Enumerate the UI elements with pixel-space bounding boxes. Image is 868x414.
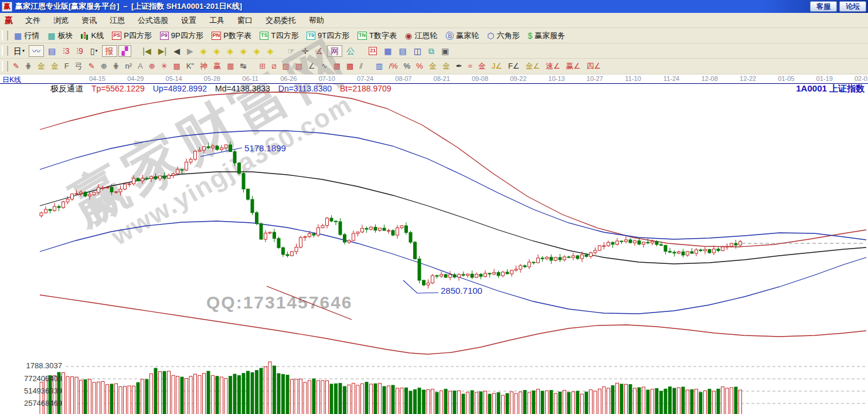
step-forward-icon[interactable]: ▶	[184, 46, 196, 56]
percent-line-icon[interactable]: /%	[386, 61, 400, 72]
go-first-icon[interactable]: |◀	[139, 46, 154, 56]
ray-box-1-icon[interactable]: ▨	[280, 61, 292, 72]
period-selector-icon[interactable]: 日▾	[11, 46, 28, 56]
zoom-in-icon[interactable]: ◈	[251, 46, 263, 56]
notes-icon[interactable]: ▤	[396, 46, 410, 56]
menu-item-江恩[interactable]: 江恩	[103, 14, 131, 27]
box-grid-icon[interactable]: ⊞	[257, 61, 268, 72]
forum-button[interactable]: 论坛	[839, 1, 866, 12]
arc-circle-icon[interactable]: ⊕	[98, 61, 110, 72]
ray-box-2-icon[interactable]: ▧	[293, 61, 305, 72]
toolbar-button-gann-wheel[interactable]: ◉江恩轮	[401, 29, 441, 42]
web-tool-icon[interactable]: 网	[327, 45, 342, 57]
network-icon[interactable]: ⧉	[426, 46, 437, 56]
parallel-lines-icon[interactable]: ⫽	[357, 61, 365, 72]
span-arrows-icon[interactable]: ↹	[237, 61, 249, 72]
four-angle-icon[interactable]: 四∠	[584, 61, 603, 72]
calendar-icon[interactable]: 21	[366, 46, 380, 56]
double-arc-icon[interactable]: ≈	[466, 61, 475, 72]
percent-levels-icon[interactable]: %	[414, 61, 426, 72]
menu-item-工具[interactable]: 工具	[203, 14, 231, 27]
toolbar-button-hexagon[interactable]: ⬡六角形	[483, 29, 523, 42]
corner-rays-icon[interactable]: ∠	[306, 61, 318, 72]
red-grid-1-icon[interactable]: ▦	[331, 61, 343, 72]
toolbar-button-sectors[interactable]: ▩板块	[43, 29, 77, 42]
k-marks-icon[interactable]: K"	[184, 61, 196, 72]
candle-style-icon[interactable]: ▯▾	[87, 46, 101, 56]
shen-tool-icon[interactable]: 神	[198, 61, 210, 72]
menu-item-浏览[interactable]: 浏览	[47, 14, 75, 27]
toolbar-button-winner-service[interactable]: $赢家服务	[524, 29, 570, 42]
zoom-reset-icon[interactable]: ◈	[237, 46, 250, 56]
ying-tool-icon[interactable]: 赢	[211, 61, 223, 72]
menu-item-窗口[interactable]: 窗口	[231, 14, 259, 27]
gann-circle-icon[interactable]: ⊕	[147, 61, 158, 72]
hand-tool-icon[interactable]: ☞	[284, 46, 298, 56]
zigzag-icon[interactable]: ∿	[319, 61, 330, 72]
menu-item-文件[interactable]: 文件	[19, 14, 47, 27]
pen-candle-icon[interactable]: ✒	[454, 61, 465, 72]
zoom-horizontal-icon[interactable]: ◈	[224, 46, 236, 56]
toolbar-button-kline[interactable]: K线	[77, 29, 108, 42]
gann-web-icon[interactable]: ▩	[171, 61, 183, 72]
gann-star-icon[interactable]: ✳	[159, 61, 170, 72]
menu-item-帮助[interactable]: 帮助	[302, 14, 331, 27]
crosshair-tool-icon[interactable]: ✛	[299, 46, 312, 56]
client-icon[interactable]: ▣	[438, 46, 452, 56]
gold-angle-icon[interactable]: 金∠	[523, 61, 542, 72]
formula-tool-icon[interactable]: 公	[343, 46, 358, 56]
f-grid-icon[interactable]: F	[62, 61, 72, 72]
toolbar-button-quotes[interactable]: ▦行情	[10, 29, 43, 42]
ying-angle-icon[interactable]: 赢∠	[564, 61, 583, 72]
grid-123-icon[interactable]: ▦	[224, 61, 236, 72]
volume-bar	[247, 371, 250, 414]
toolbar-button-p-square[interactable]: PSP四方形	[108, 29, 156, 42]
menu-item-设置[interactable]: 设置	[175, 14, 203, 27]
gold-line-icon[interactable]: 金	[440, 61, 452, 72]
pan-right-icon[interactable]: ◈	[211, 46, 223, 56]
toolbar-button-winner-wheel[interactable]: Ⓑ赢家轮	[441, 29, 483, 42]
fence-icon[interactable]: ⋕	[111, 61, 122, 72]
toolbar-button-9p-square[interactable]: P99P四方形	[156, 29, 207, 42]
gold-grid-2-icon[interactable]: 金	[49, 61, 61, 72]
n-square-icon[interactable]: n²	[122, 61, 134, 72]
go-last-icon[interactable]: ▶|	[155, 46, 169, 56]
gold-red-icon[interactable]: 金	[476, 61, 488, 72]
ray-fan-icon[interactable]: ⧄	[269, 61, 278, 72]
angle-tool-icon[interactable]: ∡	[313, 46, 326, 56]
f-angle-icon[interactable]: F∠	[506, 61, 522, 72]
calculator-icon[interactable]: ▦	[381, 46, 394, 56]
bars-panel-icon[interactable]: ▥	[373, 61, 385, 72]
menu-item-交易委托[interactable]: 交易委托	[259, 14, 302, 27]
zoom-out-icon[interactable]: ◈	[264, 46, 277, 56]
save-icon[interactable]: ◫	[411, 46, 424, 56]
toolbar-button-9t-square[interactable]: T99T四方形	[302, 29, 353, 42]
gold-grid-1-icon[interactable]: 金	[35, 61, 47, 72]
pencil-tool-icon[interactable]: ✎	[11, 61, 22, 72]
j-angle-icon[interactable]: J∠	[489, 61, 505, 72]
volume-bar	[427, 389, 430, 414]
quote-board-icon[interactable]: 报	[102, 45, 117, 57]
menu-item-资讯[interactable]: 资讯	[75, 14, 103, 27]
kline-plot[interactable]	[0, 74, 868, 414]
pan-left-icon[interactable]: ◈	[198, 46, 210, 56]
toolbar-button-t-number-table[interactable]: TNT数字表	[353, 29, 401, 42]
bow-grid-icon[interactable]: 弓	[73, 61, 85, 72]
color-chart-icon[interactable]: ▞	[118, 45, 132, 57]
support-button[interactable]: 客服	[810, 1, 837, 12]
trend-compress-icon[interactable]: 〰	[29, 45, 44, 57]
angle-a-icon[interactable]: A	[135, 61, 145, 72]
menu-item-公式选股[interactable]: 公式选股	[131, 14, 175, 27]
minute-9-chart-icon[interactable]: ⫶9	[74, 46, 86, 56]
toolbar-button-t-square[interactable]: TST四方形	[256, 29, 302, 42]
red-grid-2-icon[interactable]: ▩	[344, 61, 356, 72]
toolbar-button-p-number-table[interactable]: PNP数字表	[207, 29, 256, 42]
percent-icon[interactable]: %	[401, 61, 413, 72]
step-back-icon[interactable]: ◀	[171, 46, 183, 56]
gold-circle-icon[interactable]: 金	[427, 61, 439, 72]
minute-3-chart-icon[interactable]: ⫶3	[60, 46, 72, 56]
red-pencil-icon[interactable]: ✎	[86, 61, 97, 72]
ruler-grid-icon[interactable]: ⋕	[23, 61, 34, 72]
info-panel-icon[interactable]: ▤	[45, 46, 59, 56]
speed-angle-icon[interactable]: 速∠	[543, 61, 563, 72]
